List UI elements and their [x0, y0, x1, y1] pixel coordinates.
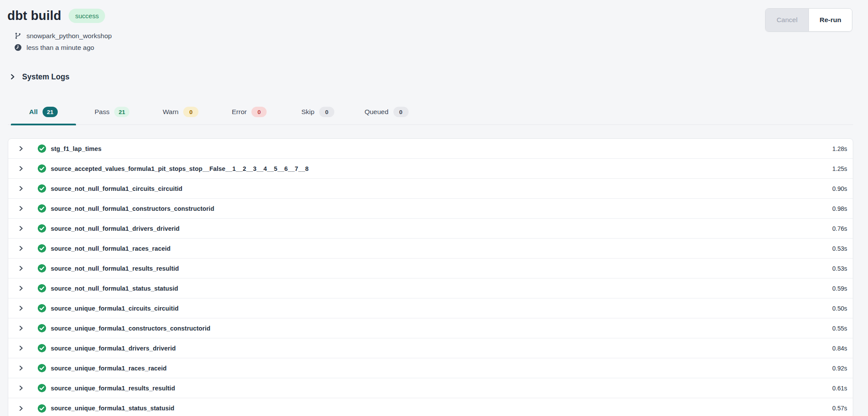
status-badge: success: [69, 9, 105, 23]
clock-icon: [14, 44, 22, 51]
check-circle-icon: [37, 284, 46, 293]
expand-row-button[interactable]: [17, 364, 25, 372]
chevron-right-icon: [18, 365, 24, 371]
branch-name: snowpark_python_workshop: [26, 32, 112, 40]
run-meta: snowpark_python_workshop less than a min…: [14, 30, 852, 53]
expand-row-button[interactable]: [17, 245, 25, 252]
expand-row-button[interactable]: [17, 285, 25, 292]
expand-row-button[interactable]: [17, 205, 25, 213]
run-action-buttons: Cancel Re-run: [765, 8, 852, 32]
tab-queued[interactable]: Queued 0: [352, 102, 421, 125]
system-logs-toggle[interactable]: System Logs: [10, 72, 69, 82]
result-duration: 1.25s: [832, 165, 847, 172]
result-name: source_unique_formula1_races_raceid: [51, 365, 832, 372]
result-name: source_unique_formula1_drivers_driverid: [51, 345, 832, 352]
result-row[interactable]: source_not_null_formula1_races_raceid 0.…: [8, 239, 853, 259]
expand-row-button[interactable]: [17, 165, 25, 173]
result-row[interactable]: source_unique_formula1_races_raceid 0.92…: [8, 358, 853, 378]
result-duration: 0.84s: [832, 345, 847, 352]
tab-count-badge: 0: [393, 107, 409, 117]
time-row: less than a minute ago: [14, 42, 852, 53]
result-row[interactable]: source_unique_formula1_status_statusid 0…: [8, 398, 853, 416]
check-circle-icon: [37, 404, 46, 413]
chevron-right-icon: [18, 405, 24, 412]
result-name: source_not_null_formula1_drivers_driveri…: [51, 225, 832, 232]
result-name: source_not_null_formula1_races_raceid: [51, 245, 832, 252]
rerun-button[interactable]: Re-run: [809, 9, 852, 31]
tab-warn[interactable]: Warn 0: [146, 102, 215, 125]
expand-row-button[interactable]: [17, 185, 25, 193]
tab-count-badge: 0: [251, 107, 267, 117]
tab-pass[interactable]: Pass 21: [78, 102, 146, 125]
check-circle-icon: [37, 383, 46, 393]
result-row[interactable]: source_not_null_formula1_drivers_driveri…: [8, 219, 853, 239]
tab-count-badge: 0: [183, 107, 198, 117]
chevron-right-icon: [18, 325, 24, 331]
expand-row-button[interactable]: [17, 145, 25, 153]
result-row[interactable]: source_not_null_formula1_status_statusid…: [8, 278, 853, 298]
result-row[interactable]: source_unique_formula1_constructors_cons…: [8, 318, 853, 338]
result-duration: 0.57s: [832, 405, 847, 412]
result-duration: 0.76s: [832, 225, 847, 232]
check-circle-icon: [37, 344, 46, 353]
result-name: source_unique_formula1_constructors_cons…: [51, 325, 832, 332]
expand-row-button[interactable]: [17, 344, 25, 352]
result-name: source_not_null_formula1_constructors_co…: [51, 205, 832, 212]
results-panel: stg_f1_lap_times 1.28s source_accepted_v…: [8, 138, 853, 416]
check-circle-icon: [37, 324, 46, 333]
result-filter-tabs: All 21 Pass 21 Warn 0 Error 0 Skip 0 Que…: [8, 102, 853, 125]
result-row[interactable]: source_unique_formula1_circuits_circuiti…: [8, 298, 853, 318]
result-duration: 0.61s: [832, 385, 847, 392]
run-header: dbt build success Cancel Re-run snowpark…: [0, 0, 868, 53]
result-name: source_unique_formula1_status_statusid: [51, 405, 832, 412]
result-duration: 0.90s: [832, 185, 847, 192]
tab-count-badge: 21: [114, 107, 129, 117]
tab-count-badge: 0: [319, 107, 334, 117]
result-duration: 0.53s: [832, 265, 847, 272]
result-row[interactable]: source_unique_formula1_drivers_driverid …: [8, 338, 853, 358]
result-name: source_not_null_formula1_status_statusid: [51, 285, 832, 292]
chevron-right-icon: [18, 225, 24, 232]
result-name: source_unique_formula1_circuits_circuiti…: [51, 305, 832, 312]
check-circle-icon: [37, 184, 46, 193]
title-row: dbt build success: [7, 7, 852, 24]
result-name: stg_f1_lap_times: [51, 145, 832, 152]
tab-all[interactable]: All 21: [9, 102, 78, 125]
result-row[interactable]: source_accepted_values_formula1_pit_stop…: [8, 159, 853, 179]
chevron-right-icon: [18, 185, 24, 192]
tab-error[interactable]: Error 0: [215, 102, 284, 125]
chevron-right-icon: [18, 345, 24, 351]
result-name: source_not_null_formula1_results_resulti…: [51, 265, 832, 272]
result-duration: 0.59s: [832, 285, 847, 292]
check-circle-icon: [37, 224, 46, 233]
result-row[interactable]: source_not_null_formula1_circuits_circui…: [8, 179, 853, 199]
chevron-right-icon: [18, 385, 24, 391]
result-duration: 0.98s: [832, 205, 847, 212]
tab-skip[interactable]: Skip 0: [284, 102, 352, 125]
expand-row-button[interactable]: [17, 225, 25, 233]
result-name: source_not_null_formula1_circuits_circui…: [51, 185, 832, 192]
result-duration: 0.53s: [832, 245, 847, 252]
chevron-right-icon: [18, 145, 24, 152]
result-row[interactable]: source_not_null_formula1_results_resulti…: [8, 259, 853, 278]
expand-row-button[interactable]: [17, 404, 25, 412]
result-row[interactable]: stg_f1_lap_times 1.28s: [8, 139, 853, 159]
expand-row-button[interactable]: [17, 324, 25, 332]
result-row[interactable]: source_unique_formula1_results_resultid …: [8, 378, 853, 398]
expand-row-button[interactable]: [17, 384, 25, 392]
chevron-right-icon: [18, 285, 24, 292]
result-row[interactable]: source_not_null_formula1_constructors_co…: [8, 199, 853, 219]
page-title: dbt build: [7, 9, 61, 23]
chevron-right-icon: [10, 73, 16, 80]
result-duration: 0.50s: [832, 305, 847, 312]
expand-row-button[interactable]: [17, 305, 25, 312]
cancel-button[interactable]: Cancel: [766, 9, 809, 31]
result-duration: 1.28s: [832, 145, 847, 152]
chevron-right-icon: [18, 305, 24, 311]
chevron-right-icon: [18, 265, 24, 272]
check-circle-icon: [37, 164, 46, 173]
check-circle-icon: [37, 144, 46, 153]
git-branch-icon: [14, 32, 22, 40]
expand-row-button[interactable]: [17, 265, 25, 272]
check-circle-icon: [37, 304, 46, 313]
